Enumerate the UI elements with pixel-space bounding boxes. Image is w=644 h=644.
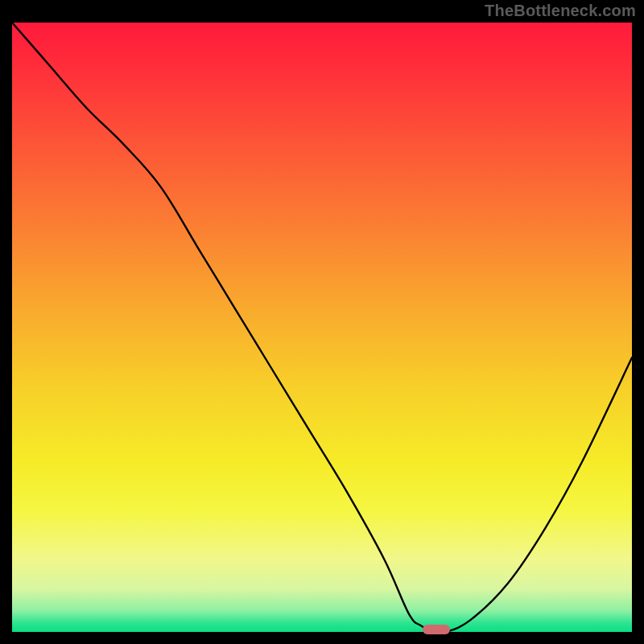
bottleneck-curve (12, 23, 632, 632)
chart-container: TheBottleneck.com (0, 0, 644, 644)
plot-area (12, 23, 632, 632)
optimal-marker (423, 625, 450, 634)
watermark-text: TheBottleneck.com (485, 2, 636, 20)
